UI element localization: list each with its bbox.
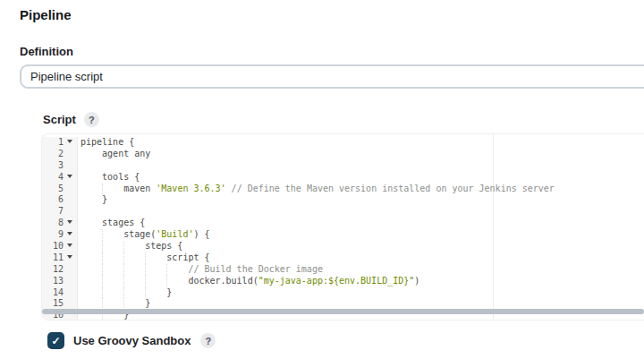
indent-guide [102, 276, 103, 287]
line-number: 9 [42, 229, 64, 241]
gutter-cell: 10 [42, 241, 78, 252]
code-line-text: agent any [78, 149, 644, 160]
use-groovy-sandbox-row: Use Groovy Sandbox ? [47, 332, 216, 349]
code-line: 1pipeline { [42, 137, 644, 149]
pipeline-script-editor[interactable]: 1pipeline {2 agent any34 tools {5 maven … [41, 133, 644, 321]
gutter-cell: 9 [42, 229, 78, 241]
code-line-text: } [78, 194, 644, 206]
code-line-text: stages { [78, 218, 644, 229]
code-fold-arrow-icon[interactable] [64, 229, 74, 241]
use-groovy-sandbox-label[interactable]: Use Groovy Sandbox [73, 334, 191, 347]
code-line-text: pipeline { [78, 137, 644, 149]
code-line: 10 steps { [42, 241, 644, 252]
code-line: 4 tools { [42, 172, 644, 184]
gutter-cell: 13 [42, 276, 78, 287]
code-line: 14 } [42, 287, 644, 299]
code-line-text [78, 206, 644, 218]
script-label: Script [43, 113, 76, 126]
code-line: 9 stage('Build') { [42, 229, 644, 241]
indent-guide [102, 252, 103, 264]
use-groovy-sandbox-checkbox[interactable] [47, 332, 64, 349]
line-number: 5 [42, 184, 64, 195]
script-help-icon[interactable]: ? [84, 112, 99, 127]
code-fold-arrow-icon[interactable] [64, 137, 74, 149]
page-title: Pipeline [20, 7, 72, 22]
script-header-row: Script ? [43, 112, 99, 127]
gutter-cell: 7 [42, 206, 78, 218]
gutter-cell: 6 [42, 194, 78, 206]
code-line-text: maven 'Maven 3.6.3' // Define the Maven … [78, 184, 644, 195]
indent-guide [123, 252, 124, 264]
code-fold-arrow-icon[interactable] [64, 172, 74, 184]
code-line-text: docker.build("my-java-app:${env.BUILD_ID… [78, 276, 644, 287]
code-line: 13 docker.build("my-java-app:${env.BUILD… [42, 276, 644, 287]
indent-guide [145, 276, 146, 287]
indent-guide [123, 264, 124, 276]
gutter-cell: 8 [42, 218, 78, 229]
gutter-cell: 4 [42, 172, 78, 184]
gutter-cell: 2 [42, 149, 78, 160]
code-line: 12 // Build the Docker image [42, 264, 644, 276]
indent-guide [102, 184, 103, 195]
indent-guide [102, 264, 103, 276]
definition-label: Definition [20, 45, 73, 58]
definition-select-value: Pipeline script [30, 70, 103, 83]
line-number: 11 [42, 252, 64, 264]
code-line: 2 agent any [42, 149, 644, 160]
editor-horizontal-scrollbar[interactable] [42, 309, 644, 314]
indent-guide [123, 241, 124, 252]
code-line: 5 maven 'Maven 3.6.3' // Define the Mave… [42, 184, 644, 195]
code-line-text: } [78, 287, 644, 299]
code-fold-arrow-icon[interactable] [64, 241, 74, 252]
code-line-text: script { [78, 252, 644, 264]
indent-guide [123, 287, 124, 299]
indent-guide [166, 264, 167, 276]
code-line-text [78, 160, 644, 172]
code-line: 8 stages { [42, 218, 644, 229]
code-fold-arrow-icon[interactable] [64, 252, 74, 264]
code-line-text: // Build the Docker image [78, 264, 644, 276]
definition-select[interactable]: Pipeline script [20, 64, 644, 89]
line-number: 7 [42, 206, 64, 218]
line-number: 8 [42, 218, 64, 229]
line-number: 10 [42, 241, 64, 252]
indent-guide [145, 287, 146, 299]
code-line-text: stage('Build') { [78, 229, 644, 241]
code-line: 3 [42, 160, 644, 172]
line-number: 6 [42, 194, 64, 206]
indent-guide [145, 252, 146, 264]
code-lines-container: 1pipeline {2 agent any34 tools {5 maven … [42, 134, 644, 321]
gutter-cell: 5 [42, 184, 78, 195]
line-number: 2 [42, 149, 64, 160]
gutter-cell: 1 [42, 137, 78, 149]
line-number: 1 [42, 137, 64, 149]
code-line-text: steps { [78, 241, 644, 252]
code-line-text: tools { [78, 172, 644, 184]
line-number: 12 [42, 264, 64, 276]
indent-guide [145, 264, 146, 276]
line-number: 13 [42, 276, 64, 287]
checkmark-icon [51, 336, 60, 346]
line-number: 14 [42, 287, 64, 299]
gutter-cell: 3 [42, 160, 78, 172]
sandbox-help-icon[interactable]: ? [200, 333, 216, 348]
code-fold-arrow-icon[interactable] [64, 218, 74, 229]
code-line: 11 script { [42, 252, 644, 264]
indent-guide [102, 287, 103, 299]
line-number: 3 [42, 160, 64, 172]
code-line: 6 } [42, 194, 644, 206]
indent-guide [123, 276, 124, 287]
gutter-cell: 11 [42, 252, 78, 264]
line-number: 4 [42, 172, 64, 184]
code-line: 7 [42, 206, 644, 218]
gutter-cell: 12 [42, 264, 78, 276]
gutter-cell: 14 [42, 287, 78, 299]
indent-guide [102, 229, 103, 241]
indent-guide [166, 276, 167, 287]
indent-guide [102, 241, 103, 252]
